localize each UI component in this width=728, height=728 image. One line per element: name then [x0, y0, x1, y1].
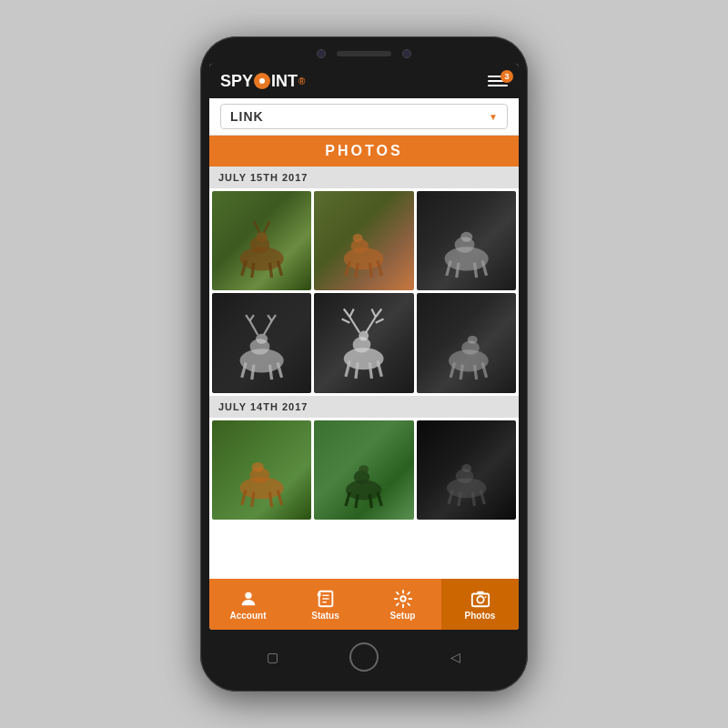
svg-line-68	[346, 491, 349, 505]
front-sensor	[402, 49, 411, 58]
photo-grid-july14	[209, 418, 519, 522]
app-logo: SPY INT ®	[220, 72, 305, 91]
hw-back-button[interactable]: ◁	[443, 649, 469, 665]
svg-point-2	[256, 232, 268, 242]
svg-line-76	[459, 491, 460, 505]
svg-point-60	[252, 462, 264, 472]
svg-point-25	[256, 334, 268, 344]
svg-rect-84	[317, 592, 320, 596]
phone-speaker	[337, 51, 391, 56]
svg-line-21	[474, 263, 476, 278]
svg-line-70	[370, 494, 372, 508]
svg-point-18	[460, 232, 472, 242]
svg-line-44	[366, 318, 376, 333]
camera-dropdown[interactable]: LINK ▼	[220, 104, 508, 129]
photo-thumb[interactable]	[417, 293, 516, 392]
phone-bottom-hardware: ▢ ◁	[209, 635, 519, 679]
photo-thumb[interactable]	[417, 420, 516, 520]
logo-point-text: INT	[271, 72, 298, 91]
nav-photos-label: Photos	[465, 611, 496, 621]
svg-line-50	[376, 319, 384, 323]
svg-line-69	[356, 494, 358, 508]
nav-setup-label: Setup	[390, 611, 416, 621]
nav-item-status[interactable]: Status	[287, 579, 364, 630]
nav-item-photos[interactable]: Photos	[441, 579, 519, 630]
logo-dot-icon	[254, 73, 270, 89]
phone-screen: SPY INT ® 3 LINK ▼ PHOTOS	[209, 64, 519, 630]
svg-line-8	[264, 221, 270, 233]
svg-line-33	[250, 315, 254, 321]
svg-point-74	[461, 464, 471, 472]
photo-thumb[interactable]	[314, 191, 413, 290]
svg-line-77	[472, 491, 474, 505]
svg-line-4	[252, 263, 254, 278]
hw-home-button[interactable]	[349, 642, 379, 672]
nav-item-setup[interactable]: Setup	[364, 579, 441, 630]
svg-line-48	[376, 309, 382, 318]
status-icon	[316, 589, 336, 609]
menu-line-3	[488, 85, 508, 86]
date-header-july14: JULY 14TH 2017	[209, 396, 519, 418]
camera-name: LINK	[230, 109, 264, 124]
photo-thumb[interactable]	[314, 293, 413, 392]
photos-title-text: PHOTOS	[325, 143, 402, 158]
svg-point-85	[400, 596, 406, 602]
svg-line-20	[456, 263, 458, 278]
svg-line-7	[254, 221, 260, 233]
photo-thumb[interactable]	[314, 420, 413, 520]
camera-selector-area: LINK ▼	[209, 98, 519, 136]
svg-point-11	[353, 234, 363, 242]
svg-line-5	[269, 263, 271, 278]
photos-scroll-area[interactable]: JULY 15TH 2017	[209, 167, 519, 579]
svg-line-31	[264, 321, 272, 335]
nav-status-label: Status	[311, 611, 339, 621]
menu-button[interactable]: 3	[488, 76, 508, 86]
menu-badge: 3	[500, 70, 513, 83]
svg-line-41	[370, 363, 372, 379]
svg-line-62	[252, 491, 254, 506]
svg-line-55	[460, 365, 462, 379]
setup-icon	[393, 589, 413, 609]
account-icon	[238, 589, 258, 609]
date-header-july15: JULY 15TH 2017	[209, 167, 519, 188]
bottom-nav: Account Status Setup	[209, 579, 519, 630]
svg-line-27	[252, 365, 254, 379]
logo-dot-inner	[259, 78, 265, 84]
svg-line-28	[269, 365, 271, 379]
svg-line-30	[250, 321, 258, 335]
phone-frame: SPY INT ® 3 LINK ▼ PHOTOS	[200, 36, 528, 692]
hw-recent-button[interactable]: ▢	[259, 649, 285, 665]
logo-trademark: ®	[298, 76, 305, 86]
photo-grid-july15	[209, 188, 519, 396]
svg-point-87	[477, 596, 483, 602]
svg-point-67	[359, 465, 369, 473]
svg-line-45	[344, 309, 350, 318]
svg-rect-88	[477, 591, 483, 593]
svg-point-53	[467, 336, 477, 344]
svg-line-40	[356, 363, 358, 379]
photo-thumb[interactable]	[212, 420, 311, 520]
photo-thumb[interactable]	[212, 293, 311, 392]
phone-top-hardware	[209, 49, 519, 58]
nav-account-label: Account	[230, 611, 267, 621]
photo-thumb[interactable]	[417, 191, 516, 290]
svg-line-43	[350, 318, 360, 333]
svg-line-13	[356, 263, 358, 278]
svg-point-89	[484, 596, 486, 598]
svg-line-63	[269, 491, 271, 506]
svg-point-79	[245, 592, 251, 598]
photos-title-bar: PHOTOS	[209, 136, 519, 167]
nav-item-account[interactable]: Account	[209, 579, 287, 630]
app-header: SPY INT ® 3	[209, 64, 519, 98]
photo-thumb[interactable]	[212, 191, 311, 290]
svg-line-46	[350, 309, 354, 318]
svg-line-71	[378, 491, 381, 505]
svg-line-35	[272, 315, 276, 321]
dropdown-arrow-icon: ▼	[489, 112, 498, 122]
photos-icon	[470, 589, 490, 609]
svg-line-49	[372, 309, 376, 318]
svg-line-56	[474, 365, 476, 379]
svg-line-14	[370, 263, 372, 278]
logo-spy-text: SPY	[220, 72, 253, 91]
front-camera	[317, 49, 326, 58]
